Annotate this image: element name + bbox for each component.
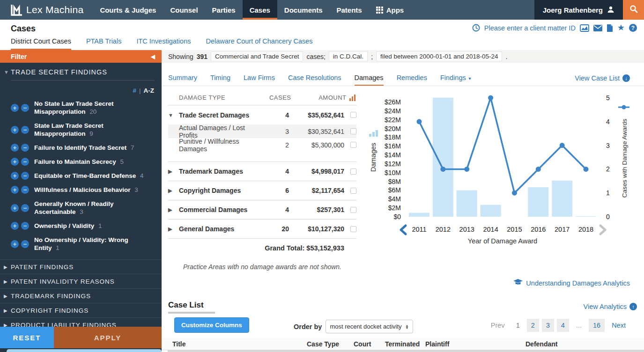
finding-label: Failure to Identify Trade Secret 7 bbox=[34, 144, 134, 152]
row-checkbox[interactable] bbox=[350, 188, 356, 194]
page-4[interactable]: 4 bbox=[557, 319, 569, 332]
nav-item-apps[interactable]: Apps bbox=[369, 0, 411, 20]
plus-icon[interactable]: + bbox=[11, 104, 19, 112]
row-checkbox[interactable] bbox=[350, 207, 356, 213]
nav-item-cases[interactable]: Cases bbox=[243, 0, 277, 20]
column-case-type[interactable]: Case Type bbox=[307, 340, 339, 348]
page-2[interactable]: 2 bbox=[527, 319, 539, 332]
page-16[interactable]: 16 bbox=[589, 319, 605, 332]
understanding-damages-link[interactable]: Understanding Damages Analytics bbox=[513, 279, 630, 287]
expand-caret-right-icon[interactable]: ▶ bbox=[168, 169, 179, 175]
analytics-tab-summary[interactable]: Summary bbox=[168, 74, 197, 85]
filter-chip-court[interactable]: in C.D.Cal. bbox=[329, 51, 368, 61]
column-plaintiff[interactable]: Plaintiff bbox=[425, 340, 449, 348]
star-icon[interactable]: ★ bbox=[617, 24, 625, 32]
tab-delaware-court-of-chancery-cases[interactable]: Delaware Court of Chancery Cases bbox=[206, 37, 312, 51]
page-prev[interactable]: Prev bbox=[487, 319, 509, 332]
area-chart-icon[interactable] bbox=[580, 24, 589, 32]
help-icon[interactable]: ? bbox=[629, 24, 637, 32]
nav-item-patents[interactable]: Patents bbox=[330, 0, 369, 20]
plus-icon[interactable]: + bbox=[11, 144, 19, 152]
minus-icon[interactable]: − bbox=[21, 186, 29, 194]
section-trade-secret-findings[interactable]: ▼ TRADE SECRET FINDINGS bbox=[0, 63, 162, 80]
analytics-tab-case-resolutions[interactable]: Case Resolutions bbox=[288, 74, 341, 85]
plus-icon[interactable]: + bbox=[11, 158, 19, 166]
minus-icon[interactable]: − bbox=[21, 144, 29, 152]
plus-icon[interactable]: + bbox=[11, 222, 19, 230]
expand-caret-right-icon[interactable]: ▶ bbox=[168, 188, 179, 194]
finding-label: Ownership / Validity 1 bbox=[34, 222, 102, 230]
tab-itc-investigations[interactable]: ITC Investigations bbox=[136, 37, 191, 51]
view-case-list-link[interactable]: View Case List ↓ bbox=[575, 74, 630, 82]
row-checkbox[interactable] bbox=[350, 112, 356, 118]
sort-numeric-button[interactable]: # bbox=[133, 87, 136, 94]
next-chevron-icon[interactable] bbox=[600, 226, 605, 234]
page-3[interactable]: 3 bbox=[542, 319, 554, 332]
minus-icon[interactable]: − bbox=[21, 240, 29, 248]
plus-icon[interactable]: + bbox=[11, 240, 19, 248]
page-next[interactable]: Next bbox=[607, 319, 630, 332]
plus-icon[interactable]: + bbox=[11, 204, 19, 212]
nav-item-documents[interactable]: Documents bbox=[277, 0, 330, 20]
analytics-tab-timing[interactable]: Timing bbox=[210, 74, 230, 85]
column-title[interactable]: Title bbox=[172, 340, 186, 348]
client-matter-prompt[interactable]: Please enter a client matter ID bbox=[484, 24, 576, 32]
analytics-tab-law-firms[interactable]: Law Firms bbox=[244, 74, 275, 85]
page--[interactable]: ... bbox=[572, 319, 586, 332]
minus-icon[interactable]: − bbox=[21, 172, 29, 180]
bar-chart-icon[interactable] bbox=[349, 95, 356, 101]
damages-table-header: DAMAGE TYPE CASES AMOUNT bbox=[168, 91, 356, 105]
nav-item-courts-judges[interactable]: Courts & Judges bbox=[93, 0, 163, 20]
expand-caret-right-icon[interactable]: ▶ bbox=[168, 226, 179, 232]
column-terminated[interactable]: Terminated bbox=[385, 340, 420, 348]
row-checkbox[interactable] bbox=[350, 128, 356, 134]
expand-caret-right-icon[interactable]: ▶ bbox=[168, 207, 179, 213]
section-patent-findings[interactable]: ▶PATENT FINDINGS bbox=[0, 259, 162, 274]
sort-alpha-button[interactable]: A-Z bbox=[144, 87, 155, 94]
collapse-left-icon[interactable]: ◀ bbox=[151, 53, 155, 60]
plus-icon[interactable]: + bbox=[11, 172, 19, 180]
minus-icon[interactable]: − bbox=[21, 158, 29, 166]
user-menu[interactable]: Joerg Rathenberg bbox=[534, 0, 623, 20]
filter-chip-practice-area[interactable]: Commercial and Trade Secret bbox=[211, 51, 303, 61]
section-copyright-findings[interactable]: ▶COPYRIGHT FINDINGS bbox=[0, 303, 162, 317]
minus-icon[interactable]: − bbox=[21, 204, 29, 212]
plus-icon[interactable]: + bbox=[11, 186, 19, 194]
row-checkbox[interactable] bbox=[350, 142, 356, 148]
nav-item-counsel[interactable]: Counsel bbox=[163, 0, 205, 20]
prev-chevron-icon[interactable] bbox=[401, 226, 406, 234]
brand-logo[interactable]: Lex Machina bbox=[0, 0, 93, 20]
document-icon[interactable] bbox=[607, 24, 613, 32]
row-checkbox[interactable] bbox=[350, 226, 356, 232]
analytics-tab-findings[interactable]: Findings ▾ bbox=[440, 74, 471, 85]
analytics-tab-damages[interactable]: Damages bbox=[355, 74, 384, 86]
apply-button[interactable]: APPLY bbox=[54, 327, 162, 348]
section-trademark-findings[interactable]: ▶TRADEMARK FINDINGS bbox=[0, 288, 162, 303]
column-court[interactable]: Court bbox=[354, 340, 371, 348]
left-axis-tick: $20M bbox=[385, 125, 401, 132]
envelope-icon[interactable] bbox=[593, 25, 602, 31]
filter-chip-dates[interactable]: filed between 2000-01-01 and 2018-05-24 bbox=[376, 51, 502, 61]
plus-icon[interactable]: + bbox=[11, 126, 19, 134]
expand-caret-down-icon[interactable]: ▼ bbox=[168, 112, 179, 118]
checkbox-cell bbox=[347, 142, 356, 148]
row-checkbox[interactable] bbox=[350, 169, 356, 175]
column-defendant[interactable]: Defendant bbox=[526, 340, 557, 348]
view-analytics-link[interactable]: View Analytics ↑ bbox=[584, 303, 637, 310]
finding-label: Failure to Maintain Secrecy 5 bbox=[34, 158, 124, 166]
finding-filter-item: +−Generally Known / Readily Ascertainabl… bbox=[11, 200, 157, 216]
section-patent-invalidity-reasons[interactable]: ▶PATENT INVALIDITY REASONS bbox=[0, 274, 162, 288]
minus-icon[interactable]: − bbox=[21, 126, 29, 134]
customize-columns-button[interactable]: Customize Columns bbox=[174, 317, 249, 333]
finding-count: 5 bbox=[120, 158, 124, 165]
tab-district-court-cases[interactable]: District Court Cases bbox=[11, 37, 71, 51]
minus-icon[interactable]: − bbox=[21, 104, 29, 112]
nav-item-parties[interactable]: Parties bbox=[205, 0, 243, 20]
minus-icon[interactable]: − bbox=[21, 222, 29, 230]
order-by-select[interactable]: most recent docket activity ▲▼ bbox=[326, 320, 413, 333]
search-button[interactable] bbox=[623, 0, 644, 20]
analytics-tab-remedies[interactable]: Remedies bbox=[397, 74, 427, 85]
nav-right: Joerg Rathenberg bbox=[534, 0, 644, 20]
reset-button[interactable]: RESET bbox=[0, 327, 54, 348]
tab-ptab-trials[interactable]: PTAB Trials bbox=[86, 37, 121, 51]
